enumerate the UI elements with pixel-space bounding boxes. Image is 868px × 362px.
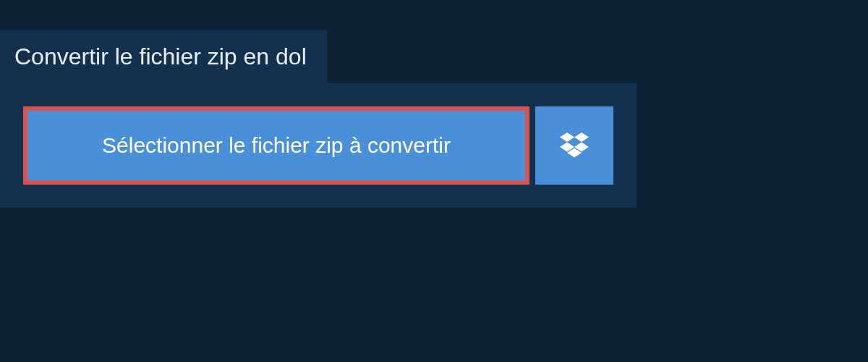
select-file-button[interactable]: Sélectionner le fichier zip à convertir — [23, 106, 529, 185]
dropbox-icon — [560, 132, 589, 159]
dropbox-button[interactable] — [535, 106, 613, 185]
tab-title: Convertir le fichier zip en dol — [14, 43, 307, 70]
tab-convert[interactable]: Convertir le fichier zip en dol — [0, 30, 327, 83]
convert-panel: Sélectionner le fichier zip à convertir — [0, 83, 637, 208]
select-file-label: Sélectionner le fichier zip à convertir — [102, 133, 451, 158]
tab-header: Convertir le fichier zip en dol — [0, 30, 327, 83]
